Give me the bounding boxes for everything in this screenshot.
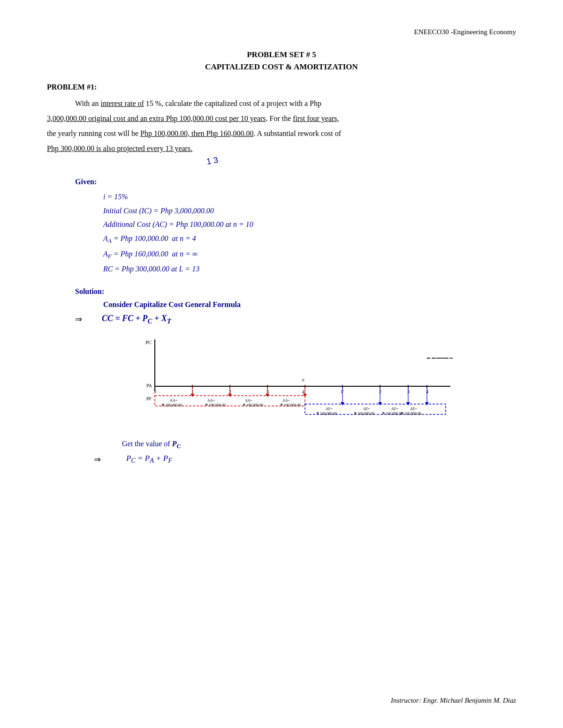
svg-text:₱ 100,000.00: ₱ 100,000.00 xyxy=(205,403,226,407)
annotation-area: 1 3 xyxy=(47,156,516,170)
interest-rate-underline: interest rate of xyxy=(100,99,144,107)
get-value-text: Get the value of PC xyxy=(122,440,516,450)
svg-text:AF=: AF= xyxy=(410,407,417,411)
solution-label: Solution: xyxy=(75,287,516,296)
solution-section: Solution: Consider Capitalize Cost Gener… xyxy=(75,287,516,465)
svg-text:PF: PF xyxy=(146,396,152,401)
solution-subheading: Consider Capitalize Cost General Formula xyxy=(103,300,516,309)
pc-formula-row: ⇒ PC = PA + PF xyxy=(94,454,516,465)
svg-text:AA=: AA= xyxy=(282,398,290,403)
given-item-6: RC = Php 300,000.00 at L = 13 xyxy=(103,262,516,276)
svg-text:AA=: AA= xyxy=(170,398,178,403)
given-item-4: AA = Php 100,000.00 at n = 4 xyxy=(103,232,516,247)
given-items: i = 15% Initial Cost (IC) = Php 3,000,00… xyxy=(103,190,516,276)
svg-text:AF=: AF= xyxy=(326,407,333,411)
original-cost-underline: 3,000,000.00 original cost and an extra … xyxy=(47,114,266,122)
svg-text:₱ 160,000.00: ₱ 160,000.00 xyxy=(382,412,403,416)
given-item-1: i = 15% xyxy=(103,190,516,204)
pc-arrow-icon: ⇒ xyxy=(94,454,101,465)
given-item-3: Additional Cost (AC) = Php 100,000.00 at… xyxy=(103,218,516,232)
svg-text:PC: PC xyxy=(145,339,152,345)
svg-text:₱ 100,000.00: ₱ 100,000.00 xyxy=(281,403,301,407)
svg-text:₱ 100,000.00: ₱ 100,000.00 xyxy=(243,403,263,407)
given-item-2: Initial Cost (IC) = Php 3,000,000.00 xyxy=(103,204,516,218)
footer: Instructor: Engr. Michael Benjamin M. Di… xyxy=(391,697,516,705)
svg-text:AF=: AF= xyxy=(391,407,398,411)
given-label: Given: xyxy=(75,178,516,186)
problem-set-title: PROBLEM SET # 5 xyxy=(47,50,516,60)
problem-text-4: Php 300,000.00 is also projected every 1… xyxy=(47,141,516,156)
annotation-13: 1 3 xyxy=(205,155,219,167)
svg-text:4: 4 xyxy=(302,389,304,394)
svg-text:₱ 160,000.00: ₱ 160,000.00 xyxy=(354,412,374,416)
problem-text-2: 3,000,000.00 original cost and an extra … xyxy=(47,111,516,126)
svg-text:₱ 100,000.00: ₱ 100,000.00 xyxy=(162,403,182,407)
diagram-svg: PC PA PF 0 1 2 3 xyxy=(136,335,455,428)
problem-label: PROBLEM #1: xyxy=(47,83,516,91)
formula-row: ⇒ CC = FC + PC + XT xyxy=(75,314,516,325)
page: ENEECO30 -Engineering Economy PROBLEM SE… xyxy=(0,0,563,728)
svg-text:₱ 160,000.00: ₱ 160,000.00 xyxy=(317,412,337,416)
given-section: Given: i = 15% Initial Cost (IC) = Php 3… xyxy=(75,178,516,276)
diagram-container: PC PA PF 0 1 2 3 xyxy=(136,335,455,430)
arrow-icon: ⇒ xyxy=(75,314,82,324)
svg-text:AF=: AF= xyxy=(363,407,370,411)
title-section: PROBLEM SET # 5 CAPITALIZED COST & AMORT… xyxy=(47,50,516,72)
problem-text-3: the yearly running cost will be Php 100,… xyxy=(47,126,516,141)
given-item-5: AF = Php 160,000.00 at n = ∞ xyxy=(103,247,516,263)
pc-formula: PC = PA + PF xyxy=(126,454,172,465)
svg-text:0: 0 xyxy=(302,378,304,383)
svg-text:₱ 160,000.00: ₱ 160,000.00 xyxy=(401,412,421,416)
instructor-label: Instructor: Engr. Michael Benjamin M. Di… xyxy=(391,697,516,704)
problem-text: With an interest rate of 15 %, calculate… xyxy=(47,96,516,111)
svg-text:PA: PA xyxy=(146,383,152,388)
subtitle: CAPITALIZED COST & AMORTIZATION xyxy=(47,62,516,72)
header: ENEECO30 -Engineering Economy xyxy=(47,28,516,36)
formula-cc: CC = FC + PC + XT xyxy=(93,314,171,325)
svg-text:AA=: AA= xyxy=(245,398,253,403)
get-value-section: Get the value of PC ⇒ PC = PA + PF xyxy=(122,440,516,465)
course-label: ENEECO30 -Engineering Economy xyxy=(414,28,516,36)
svg-text:0: 0 xyxy=(154,389,156,394)
svg-marker-39 xyxy=(303,394,307,397)
svg-text:AA=: AA= xyxy=(207,398,215,403)
